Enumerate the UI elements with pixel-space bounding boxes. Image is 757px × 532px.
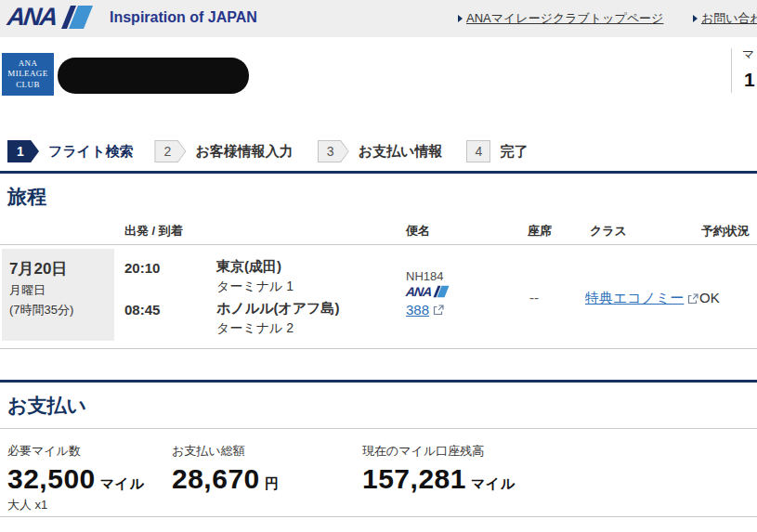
departure-city: 東京(成田) bbox=[216, 258, 294, 276]
seat-value: -- bbox=[529, 290, 539, 305]
step-customer-info: 2 お客様情報入力 bbox=[154, 140, 293, 162]
amc-badge-line: ANA bbox=[19, 58, 38, 69]
col-status: 予約状況 bbox=[701, 223, 750, 240]
divider bbox=[0, 380, 757, 383]
external-link-icon bbox=[433, 305, 444, 316]
step-3-label: お支払い情報 bbox=[359, 143, 443, 161]
ana-slash-icon bbox=[433, 285, 450, 298]
step-4-label: 完了 bbox=[500, 143, 528, 161]
divider bbox=[731, 48, 732, 93]
step-3-badge: 3 bbox=[318, 140, 349, 162]
departure-time: 20:10 bbox=[124, 260, 160, 276]
segment-duration: (7時間35分) bbox=[9, 302, 107, 318]
step-flight-search: 1 フライト検索 bbox=[7, 140, 133, 162]
required-miles-value: 32,500マイル bbox=[7, 463, 144, 495]
class-link[interactable]: 特典エコノミー bbox=[585, 290, 684, 307]
booking-status: OK bbox=[699, 290, 720, 305]
mile-balance-unit: マイル bbox=[471, 475, 516, 491]
arrow-icon bbox=[693, 15, 698, 22]
arrow-icon bbox=[458, 15, 463, 22]
external-link-icon bbox=[687, 293, 698, 305]
col-seat: 座席 bbox=[528, 223, 552, 240]
step-1-label: フライト検索 bbox=[48, 143, 133, 161]
mile-balance-number: 157,281 bbox=[362, 463, 466, 494]
step-2-badge: 2 bbox=[154, 140, 186, 162]
divider bbox=[0, 428, 757, 429]
link-amc-top-page-label: ANAマイレージクラブトップページ bbox=[466, 11, 663, 25]
segment-date: 7月20日 bbox=[9, 258, 107, 279]
amc-club-badge: ANA MILEAGE CLUB bbox=[2, 53, 54, 96]
col-departure-arrival: 出発 / 到着 bbox=[124, 223, 183, 240]
link-contact-label: お問い合わ bbox=[701, 11, 757, 25]
divider bbox=[0, 516, 757, 517]
departure-place: 東京(成田) ターミナル 1 bbox=[216, 258, 294, 295]
total-payment-value: 28,670円 bbox=[172, 463, 279, 495]
step-1-badge: 1 bbox=[7, 140, 39, 162]
col-flight: 便名 bbox=[406, 223, 430, 240]
arrival-time: 08:45 bbox=[124, 302, 160, 318]
arrival-place: ホノルル(オアフ島) ターミナル 2 bbox=[216, 300, 339, 337]
step-3-number: 3 bbox=[319, 141, 348, 162]
total-payment-label: お支払い総額 bbox=[172, 443, 279, 460]
tagline: Inspiration of JAPAN bbox=[110, 9, 257, 26]
link-amc-top-page[interactable]: ANAマイレージクラブトップページ bbox=[458, 10, 663, 27]
total-payment-number: 28,670 bbox=[172, 463, 260, 494]
mile-balance-value-truncated: 1 bbox=[744, 69, 755, 91]
mile-balance-label: 現在のマイル口座残高 bbox=[362, 443, 516, 460]
ana-logo[interactable]: ANA bbox=[7, 5, 94, 30]
airline-logo-text: ANA bbox=[405, 285, 432, 298]
step-2-label: お客様情報入力 bbox=[195, 143, 293, 161]
progress-steps: 1 フライト検索 2 お客様情報入力 3 お支払い情報 4 完了 bbox=[7, 139, 528, 163]
mile-balance-block: 現在のマイル口座残高 157,281マイル bbox=[362, 443, 516, 495]
arrival-city: ホノルル(オアフ島) bbox=[216, 300, 339, 318]
divider bbox=[0, 348, 757, 349]
passenger-note: 大人 x1 bbox=[7, 497, 144, 513]
amc-badge-line: CLUB bbox=[16, 80, 40, 90]
required-miles-unit: マイル bbox=[100, 475, 145, 491]
flight-number: NH184 bbox=[406, 269, 450, 283]
step-4-badge: 4 bbox=[466, 140, 490, 162]
total-payment-unit: 円 bbox=[265, 475, 280, 491]
mile-balance-label-truncated: マ bbox=[742, 46, 754, 63]
departure-terminal: ターミナル 1 bbox=[216, 279, 294, 295]
divider bbox=[0, 244, 757, 245]
link-contact[interactable]: お問い合わ bbox=[693, 10, 757, 27]
required-miles-number: 32,500 bbox=[7, 463, 96, 494]
airline-logo: ANA bbox=[406, 285, 450, 298]
member-name-redacted bbox=[58, 58, 249, 94]
segment-date-cell: 7月20日 月曜日 (7時間35分) bbox=[2, 249, 114, 341]
segment-weekday: 月曜日 bbox=[9, 282, 107, 299]
top-links: ANAマイレージクラブトップページ お問い合わ bbox=[458, 10, 757, 27]
total-payment-block: お支払い総額 28,670円 bbox=[172, 443, 279, 495]
top-header-bar: ANA Inspiration of JAPAN ANAマイレージクラブトップペ… bbox=[0, 0, 757, 37]
step-1-number: 1 bbox=[8, 141, 38, 162]
arrival-terminal: ターミナル 2 bbox=[216, 320, 339, 337]
step-payment-info: 3 お支払い情報 bbox=[318, 140, 443, 162]
divider bbox=[0, 171, 757, 174]
step-2-number: 2 bbox=[155, 141, 185, 162]
codeshare-flight-link[interactable]: 388 bbox=[406, 302, 429, 318]
step-complete: 4 完了 bbox=[466, 140, 528, 162]
required-miles-label: 必要マイル数 bbox=[7, 443, 144, 460]
booking-page: ANA Inspiration of JAPAN ANAマイレージクラブトップペ… bbox=[0, 0, 757, 532]
amc-badge-line: MILEAGE bbox=[7, 69, 47, 79]
itinerary-title: 旅程 bbox=[7, 184, 46, 210]
payment-title: お支払い bbox=[7, 393, 86, 419]
col-class: クラス bbox=[590, 223, 627, 240]
ana-logo-text: ANA bbox=[7, 5, 58, 30]
required-miles-block: 必要マイル数 32,500マイル 大人 x1 bbox=[7, 443, 144, 513]
ana-slash-icon bbox=[60, 5, 94, 30]
flight-info: NH184 ANA 388 bbox=[406, 269, 450, 318]
mile-balance-value: 157,281マイル bbox=[362, 463, 516, 495]
